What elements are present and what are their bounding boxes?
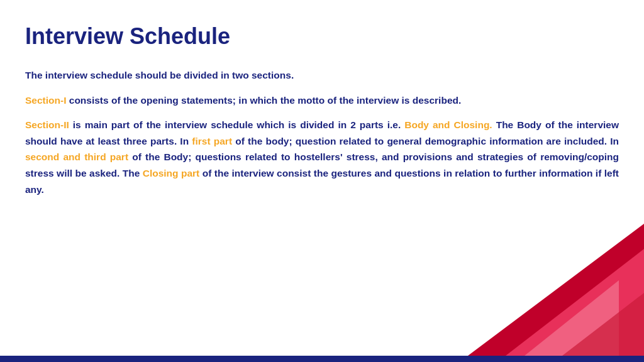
decorative-triangles [468,224,644,356]
section2-label: Section-II [25,119,69,130]
bottom-bar [0,356,644,362]
triangle-overlay [562,293,644,356]
paragraph-1: The interview schedule should be divided… [25,67,619,84]
section2-highlight1: Body and Closing. [404,119,492,130]
paragraph-2: Section-I consists of the opening statem… [25,92,619,109]
section2-highlight2: first part [192,136,232,146]
section2-highlight3: second and third part [25,151,128,162]
section2-body2: of the body; question related to general… [232,136,619,146]
section1-label: Section-I [25,95,66,106]
slide: Interview Schedule The interview schedul… [0,0,644,362]
page-title: Interview Schedule [25,23,619,50]
paragraph-3: Section-II is main part of the interview… [25,117,619,197]
section2-intro: is main part of the interview schedule w… [69,119,404,130]
content-area: The interview schedule should be divided… [25,67,619,197]
section1-text: consists of the opening statements; in w… [66,95,461,106]
paragraph-1-text: The interview schedule should be divided… [25,70,294,80]
section2-highlight4: Closing part [143,168,200,178]
